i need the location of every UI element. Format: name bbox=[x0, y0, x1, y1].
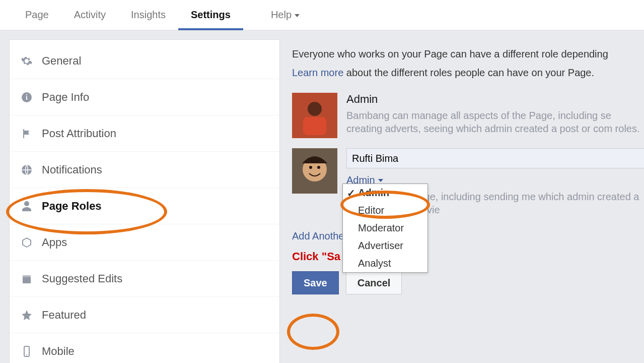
svg-rect-10 bbox=[303, 117, 326, 135]
role-label: Admin bbox=[346, 93, 644, 106]
sidebar-item-label: Mobile bbox=[42, 345, 75, 358]
sidebar-item-featured[interactable]: Featured bbox=[10, 297, 279, 333]
role-desc: Bambang can manage all aspects of the Pa… bbox=[346, 109, 644, 135]
sidebar-item-label: Apps bbox=[42, 236, 67, 249]
tab-help[interactable]: Help bbox=[258, 0, 312, 30]
role-option-analyst[interactable]: Analyst bbox=[343, 255, 427, 272]
learn-rest-text: about the different roles people can hav… bbox=[346, 67, 594, 78]
intro-text: Everyone who works on your Page can have… bbox=[292, 48, 644, 60]
svg-rect-1 bbox=[26, 96, 27, 100]
globe-icon bbox=[21, 164, 33, 176]
box-icon bbox=[21, 236, 33, 249]
role-option-admin[interactable]: Admin bbox=[343, 184, 427, 202]
settings-sidebar: General Page Info Post Attribution Notif… bbox=[9, 39, 280, 363]
svg-point-7 bbox=[26, 354, 27, 355]
main-panel: Everyone who works on your Page can have… bbox=[280, 39, 644, 363]
sidebar-item-page-info[interactable]: Page Info bbox=[10, 79, 279, 115]
sidebar-item-label: Featured bbox=[42, 309, 86, 322]
sidebar-item-label: Page Info bbox=[42, 91, 89, 104]
svg-point-14 bbox=[317, 166, 320, 169]
info-icon bbox=[21, 91, 33, 103]
sidebar-item-post-attribution[interactable]: Post Attribution bbox=[10, 115, 279, 152]
sidebar-item-page-roles[interactable]: Page Roles bbox=[10, 188, 279, 224]
person-icon bbox=[21, 200, 33, 212]
save-button[interactable]: Save bbox=[292, 271, 339, 294]
calendar-icon bbox=[21, 273, 33, 285]
sidebar-item-label: Suggested Edits bbox=[42, 272, 122, 285]
star-icon bbox=[21, 309, 33, 321]
role-option-moderator[interactable]: Moderator bbox=[343, 219, 427, 237]
existing-admin-row: Admin Bambang can manage all aspects of … bbox=[292, 93, 644, 138]
tab-activity[interactable]: Activity bbox=[61, 0, 118, 30]
avatar bbox=[292, 93, 337, 138]
add-another-link[interactable]: Add Another bbox=[292, 230, 347, 242]
flag-icon bbox=[21, 128, 33, 140]
tab-page[interactable]: Page bbox=[13, 0, 61, 30]
cancel-button[interactable]: Cancel bbox=[346, 271, 402, 294]
sidebar-item-general[interactable]: General bbox=[10, 43, 279, 79]
sidebar-item-suggested-edits[interactable]: Suggested Edits bbox=[10, 261, 279, 297]
learn-more-link[interactable]: Learn more bbox=[292, 67, 343, 78]
gear-icon bbox=[21, 55, 33, 67]
svg-point-9 bbox=[308, 102, 322, 116]
sidebar-item-apps[interactable]: Apps bbox=[10, 224, 279, 261]
name-input[interactable] bbox=[346, 148, 644, 168]
svg-rect-2 bbox=[26, 94, 27, 95]
svg-rect-5 bbox=[23, 275, 31, 277]
tab-settings[interactable]: Settings bbox=[178, 0, 243, 30]
sidebar-item-notifications[interactable]: Notifications bbox=[10, 152, 279, 188]
new-role-row: Admin aspects of the Page, including sen… bbox=[292, 148, 644, 216]
sidebar-item-label: Page Roles bbox=[42, 200, 102, 213]
learn-row: Learn more about the different roles peo… bbox=[292, 67, 644, 79]
tab-insights[interactable]: Insights bbox=[118, 0, 178, 30]
role-option-advertiser[interactable]: Advertiser bbox=[343, 237, 427, 255]
avatar bbox=[292, 148, 337, 194]
top-nav: Page Activity Insights Settings Help bbox=[0, 0, 644, 30]
role-dropdown: Admin Editor Moderator Advertiser Analys… bbox=[342, 184, 428, 273]
sidebar-item-label: General bbox=[42, 54, 81, 68]
mobile-icon bbox=[21, 345, 33, 357]
svg-point-13 bbox=[309, 166, 312, 169]
sidebar-item-mobile[interactable]: Mobile bbox=[10, 333, 279, 363]
sidebar-item-label: Notifications bbox=[42, 163, 102, 176]
sidebar-item-label: Post Attribution bbox=[42, 127, 116, 140]
role-option-editor[interactable]: Editor bbox=[343, 202, 427, 219]
